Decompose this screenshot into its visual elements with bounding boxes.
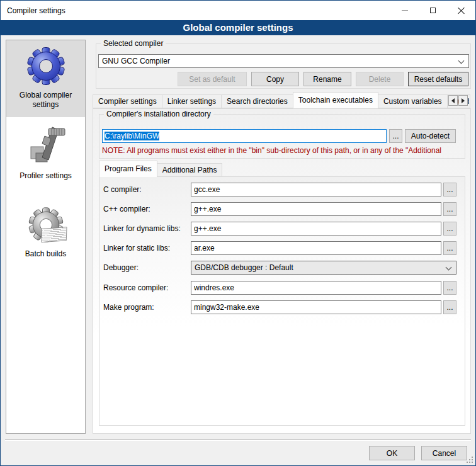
auto-detect-button[interactable]: Auto-detect — [405, 129, 456, 143]
chevron-down-icon — [446, 264, 452, 271]
debugger-select-value: GDB/CDB debugger : Default — [195, 263, 293, 272]
installation-directory-selected-text: C:\raylib\MinGW — [105, 132, 159, 140]
sidebar-item-profiler-settings[interactable]: Profiler settings — [6, 117, 85, 196]
caliper-icon — [26, 125, 66, 165]
installation-directory-group: Compiler's installation directory C:\ray… — [99, 114, 465, 159]
compiler-settings-dialog: Compiler settings Global compiler settin… — [0, 0, 476, 466]
make-program-browse-button[interactable]: ... — [443, 300, 456, 314]
cpp-compiler-label: C++ compiler: — [103, 205, 150, 213]
debugger-select[interactable]: GDB/CDB debugger : Default — [191, 261, 456, 275]
batch-builds-icon — [27, 207, 64, 244]
blue-gear-icon — [26, 46, 66, 86]
rename-button[interactable]: Rename — [303, 72, 351, 86]
dynamic-linker-row: Linker for dynamic libs: ... — [99, 222, 465, 236]
arrow-left-icon — [451, 98, 455, 103]
set-as-default-button[interactable]: Set as default — [178, 72, 247, 86]
selected-compiler-group-label: Selected compiler — [101, 39, 166, 48]
tab-scroll-left-button[interactable] — [448, 95, 458, 106]
paper-stack-icon — [41, 227, 67, 242]
dynamic-linker-label: Linker for dynamic libs: — [103, 224, 181, 233]
cpp-compiler-browse-button[interactable]: ... — [443, 202, 456, 216]
dynamic-linker-browse-button[interactable]: ... — [443, 222, 456, 236]
reset-defaults-button[interactable]: Reset defaults — [408, 72, 468, 86]
close-icon — [458, 7, 465, 14]
installation-directory-input[interactable]: C:\raylib\MinGW — [102, 129, 387, 143]
tab-custom-variables[interactable]: Custom variables — [378, 94, 448, 108]
chevron-down-icon — [458, 58, 465, 64]
tab-linker-settings[interactable]: Linker settings — [162, 94, 222, 108]
resource-compiler-row: Resource compiler: ... — [99, 281, 465, 295]
sidebar-item-global-compiler-settings[interactable]: Global compiler settings — [6, 40, 85, 117]
cpp-compiler-row: C++ compiler: ... — [99, 202, 465, 216]
sidebar-item-label: Global compiler settings — [6, 91, 85, 110]
settings-category-list: Global compiler settings Profiler settin… — [6, 40, 86, 434]
c-compiler-row: C compiler: ... — [99, 183, 465, 196]
c-compiler-label: C compiler: — [103, 185, 142, 194]
main-panel: Selected compiler GNU GCC Compiler Set a… — [92, 38, 472, 465]
close-button[interactable] — [447, 1, 475, 20]
dynamic-linker-input[interactable] — [191, 222, 441, 236]
c-compiler-browse-button[interactable]: ... — [443, 183, 456, 196]
copy-button[interactable]: Copy — [251, 72, 299, 86]
compiler-select-value: GNU GCC Compiler — [102, 57, 170, 65]
tab-scroll-right-button[interactable] — [458, 95, 468, 106]
debugger-row: Debugger: GDB/CDB debugger : Default — [99, 261, 465, 275]
titlebar: Compiler settings — [1, 1, 475, 20]
make-program-row: Make program: ... — [99, 300, 465, 314]
maximize-icon — [430, 8, 436, 13]
minimize-button[interactable] — [390, 1, 419, 20]
dialog-content: Global compiler settings Profiler settin… — [1, 35, 475, 465]
resource-compiler-label: Resource compiler: — [103, 283, 168, 292]
sidebar-item-label: Batch builds — [6, 249, 85, 259]
toolchain-executables-page: Compiler's installation directory C:\ray… — [93, 108, 471, 434]
delete-button[interactable]: Delete — [356, 72, 404, 86]
resize-grip[interactable] — [472, 462, 473, 463]
settings-tabstrip: Compiler settings Linker settings Search… — [93, 92, 470, 108]
subtab-additional-paths[interactable]: Additional Paths — [157, 163, 223, 177]
c-compiler-input[interactable] — [191, 183, 441, 196]
compiler-select[interactable]: GNU GCC Compiler — [98, 54, 469, 68]
dialog-banner: Global compiler settings — [1, 20, 475, 35]
resource-compiler-input[interactable] — [191, 281, 441, 295]
selected-compiler-group: Selected compiler GNU GCC Compiler Set a… — [96, 43, 471, 89]
cancel-button[interactable]: Cancel — [421, 446, 467, 460]
browse-directory-button[interactable]: ... — [389, 129, 402, 143]
tab-scroll-buttons — [448, 95, 468, 106]
cpp-compiler-input[interactable] — [191, 202, 441, 216]
arrow-right-icon — [462, 98, 465, 103]
resource-compiler-browse-button[interactable]: ... — [443, 281, 456, 295]
tab-toolchain-executables[interactable]: Toolchain executables — [293, 92, 378, 108]
maximize-button[interactable] — [419, 1, 447, 20]
installation-directory-group-label: Compiler's installation directory — [104, 110, 213, 118]
minimize-icon — [402, 10, 408, 11]
subtab-program-files[interactable]: Program Files — [99, 161, 157, 177]
compiler-buttons-row: Set as default Copy Rename Delete Reset … — [96, 72, 468, 86]
static-linker-browse-button[interactable]: ... — [443, 241, 456, 255]
sidebar-item-batch-builds[interactable]: Batch builds — [6, 196, 85, 275]
debugger-label: Debugger: — [103, 263, 139, 272]
window-title: Compiler settings — [1, 6, 390, 15]
make-program-label: Make program: — [103, 303, 154, 312]
static-linker-row: Linker for static libs: ... — [99, 241, 465, 255]
ok-button[interactable]: OK — [369, 446, 415, 460]
sidebar-item-label: Profiler settings — [6, 171, 85, 181]
static-linker-label: Linker for static libs: — [103, 244, 170, 253]
make-program-input[interactable] — [191, 300, 441, 314]
bin-subdirectory-note: NOTE: All programs must exist either in … — [102, 146, 463, 155]
footer-separator — [5, 440, 471, 441]
program-files-page: C compiler: ... C++ compiler: ... Linker… — [99, 176, 465, 426]
static-linker-input[interactable] — [191, 241, 441, 255]
tab-search-directories[interactable]: Search directories — [221, 94, 293, 108]
programs-subtabstrip: Program Files Additional Paths — [99, 162, 222, 177]
tab-compiler-settings[interactable]: Compiler settings — [93, 94, 162, 108]
